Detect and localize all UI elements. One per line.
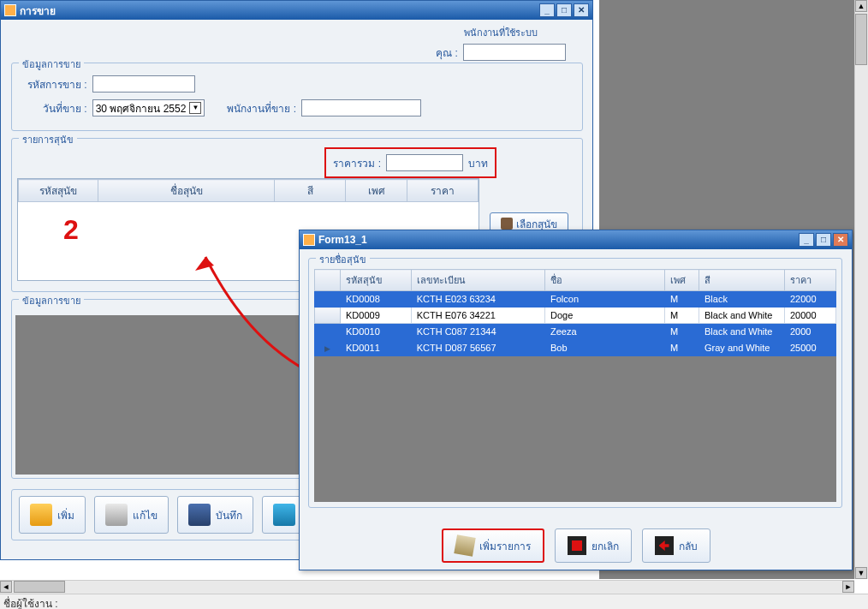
add-label: เพิ่ม xyxy=(57,507,74,523)
cancel-button[interactable]: ยกเลิก xyxy=(555,528,632,563)
cell-id[interactable]: KD0011 xyxy=(341,340,412,356)
table-row[interactable]: KD0008KCTH E023 63234FolconMBlack22000 xyxy=(315,291,836,307)
col2-price[interactable]: ราคา xyxy=(785,270,836,291)
cell-id[interactable]: KD0010 xyxy=(341,324,412,340)
cell-reg[interactable]: KCTH E023 63234 xyxy=(411,291,544,307)
add-item-button[interactable]: เพิ่มรายการ xyxy=(442,528,544,563)
minimize-button[interactable]: _ xyxy=(539,3,555,17)
maximize-button[interactable]: □ xyxy=(556,3,572,17)
cell-id[interactable]: KD0008 xyxy=(341,291,412,307)
row-header[interactable] xyxy=(315,307,341,324)
cell-price[interactable]: 2000 xyxy=(785,324,836,340)
save-button[interactable]: บันทึก xyxy=(177,496,253,534)
table-row[interactable]: KD0011KCTH D087 56567BobMGray and White2… xyxy=(315,340,836,356)
total-field[interactable] xyxy=(386,154,463,171)
saleid-label: รหัสการขาย : xyxy=(27,76,87,93)
close-button[interactable]: ✕ xyxy=(574,3,589,17)
row-header[interactable] xyxy=(315,340,341,356)
back-button[interactable]: กลับ xyxy=(642,528,710,563)
total-unit: บาท xyxy=(468,155,488,171)
status-bar: ชื่อผู้ใช้งาน : xyxy=(0,594,868,609)
cell-sex[interactable]: M xyxy=(665,291,699,307)
saledate-label: วันที่ขาย : xyxy=(43,100,87,116)
cell-sex[interactable]: M xyxy=(665,340,699,356)
current-user-label: คุณ : xyxy=(436,45,458,61)
total-label: ราคารวม : xyxy=(333,155,381,171)
saledate-value: 30 พฤศจิกายน 2552 xyxy=(96,100,187,116)
cell-reg[interactable]: KCTH D087 56567 xyxy=(411,340,544,356)
edit-icon xyxy=(105,504,128,526)
col2-name[interactable]: ชื่อ xyxy=(545,270,665,291)
vertical-scrollbar[interactable]: ▲ ▼ xyxy=(854,0,868,579)
add-item-icon xyxy=(454,534,475,556)
sale-info-group: ข้อมูลการขาย รหัสการขาย : วันที่ขาย : 30… xyxy=(11,63,583,131)
col-price[interactable]: ราคา xyxy=(407,180,479,202)
close-button-2[interactable]: ✕ xyxy=(833,233,848,247)
items-caption: รายการสุนัข xyxy=(19,132,77,147)
seller-field[interactable] xyxy=(301,99,421,116)
cell-reg[interactable]: KCTH E076 34221 xyxy=(411,307,544,324)
scroll-thumb-h[interactable] xyxy=(14,581,65,593)
titlebar-sale[interactable]: การขาย _ □ ✕ xyxy=(1,1,592,20)
edit-button[interactable]: แก้ไข xyxy=(94,496,169,534)
row-header[interactable] xyxy=(315,291,341,307)
col-id[interactable]: รหัสสุนัข xyxy=(19,180,98,202)
cell-sex[interactable]: M xyxy=(665,324,699,340)
cancel-icon xyxy=(568,536,586,555)
edit-label: แก้ไข xyxy=(133,507,158,523)
saleid-field[interactable] xyxy=(92,75,195,93)
cell-color[interactable]: Black xyxy=(699,291,785,307)
cell-color[interactable]: Black and White xyxy=(699,307,785,324)
doglist-group: รายชื่อสุนัข รหัสสุนัข เลขทะเบียน ชื่อ เ… xyxy=(308,258,842,508)
delete-icon xyxy=(273,504,295,526)
minimize-button-2[interactable]: _ xyxy=(799,233,814,247)
scroll-left-icon[interactable]: ◄ xyxy=(0,581,12,593)
col2-reg[interactable]: เลขทะเบียน xyxy=(411,270,544,291)
cell-color[interactable]: Gray and White xyxy=(699,340,785,356)
cell-id[interactable]: KD0009 xyxy=(341,307,412,324)
col2-id[interactable]: รหัสสุนัข xyxy=(341,270,412,291)
cell-name[interactable]: Bob xyxy=(545,340,665,356)
col2-color[interactable]: สี xyxy=(699,270,785,291)
doglist-caption: รายชื่อสุนัข xyxy=(316,252,370,267)
col2-sex[interactable]: เพศ xyxy=(665,270,699,291)
cell-name[interactable]: Doge xyxy=(545,307,665,324)
window-doglist: Form13_1 _ □ ✕ รายชื่อสุนัข รหัสสุนัข เล… xyxy=(299,230,853,570)
col-color[interactable]: สี xyxy=(275,180,346,202)
cell-price[interactable]: 22000 xyxy=(785,291,836,307)
horizontal-scrollbar[interactable]: ◄ ► xyxy=(0,580,854,594)
scroll-thumb-v[interactable] xyxy=(855,14,867,65)
cell-sex[interactable]: M xyxy=(665,307,699,324)
cell-color[interactable]: Black and White xyxy=(699,324,785,340)
cell-reg[interactable]: KCTH C087 21344 xyxy=(411,324,544,340)
col-name[interactable]: ชื่อสุนัข xyxy=(98,180,275,202)
add-item-label: เพิ่มรายการ xyxy=(479,538,531,554)
saledate-picker[interactable]: 30 พฤศจิกายน 2552 ▼ xyxy=(92,99,205,116)
doglist-button-row: เพิ่มรายการ ยกเลิก กลับ xyxy=(300,528,852,563)
save-label: บันทึก xyxy=(216,507,242,523)
chevron-down-icon[interactable]: ▼ xyxy=(189,102,201,114)
doglist-grid[interactable]: รหัสสุนัข เลขทะเบียน ชื่อ เพศ สี ราคา KD… xyxy=(314,269,836,502)
cell-price[interactable]: 20000 xyxy=(785,307,836,324)
row-header[interactable] xyxy=(315,324,341,340)
cell-name[interactable]: Folcon xyxy=(545,291,665,307)
current-user-field[interactable] xyxy=(463,44,566,61)
maximize-button-2[interactable]: □ xyxy=(816,233,831,247)
titlebar-doglist[interactable]: Form13_1 _ □ ✕ xyxy=(300,230,852,249)
back-icon xyxy=(655,536,674,555)
scroll-up-icon[interactable]: ▲ xyxy=(855,0,867,12)
table-row[interactable]: KD0009KCTH E076 34221DogeMBlack and Whit… xyxy=(315,307,836,324)
cell-name[interactable]: Zeeza xyxy=(545,324,665,340)
window-title: การขาย xyxy=(20,3,56,19)
sale-detail-caption: ข้อมูลการขาย xyxy=(19,293,84,308)
total-box: ราคารวม : บาท xyxy=(324,147,496,178)
add-button[interactable]: เพิ่ม xyxy=(19,496,86,534)
table-row[interactable]: KD0010KCTH C087 21344ZeezaMBlack and Whi… xyxy=(315,324,836,340)
sale-info-caption: ข้อมูลการขาย xyxy=(19,57,84,72)
scroll-down-icon[interactable]: ▼ xyxy=(855,567,867,579)
col-sex[interactable]: เพศ xyxy=(346,180,407,202)
scroll-right-icon[interactable]: ► xyxy=(842,581,854,593)
dog-icon xyxy=(501,218,513,230)
cell-price[interactable]: 25000 xyxy=(785,340,836,356)
row-header-col xyxy=(315,270,341,291)
